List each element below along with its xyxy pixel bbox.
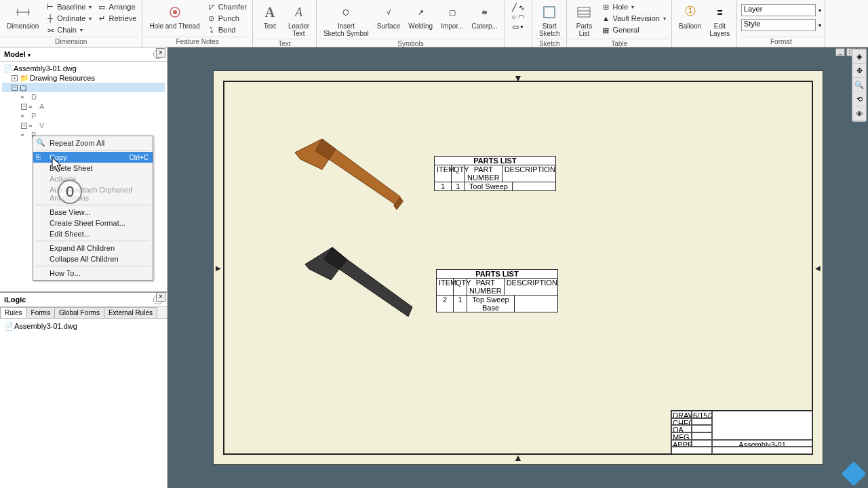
- ribbon-group-dimension: Dimension ⊢Baseline▾ ┼Ordinate▾ ⫘Chain▾ …: [0, 0, 142, 47]
- expander-icon[interactable]: +: [21, 123, 27, 129]
- parts-list-2[interactable]: PARTS LIST ITEM QTY PART NUMBER DESCRIPT…: [436, 269, 558, 312]
- ilogic-tab-external-rules[interactable]: External Rules: [104, 307, 157, 318]
- expander-icon[interactable]: −: [12, 85, 18, 91]
- hole-table-button[interactable]: ⊞Hole▾: [599, 1, 667, 12]
- text-button[interactable]: AText: [256, 1, 284, 31]
- layer-select[interactable]: Layer: [741, 4, 816, 16]
- bend-button[interactable]: ⤵Bend: [205, 24, 248, 35]
- retrieve-button[interactable]: ↵Retrieve: [96, 13, 138, 24]
- spline-icon[interactable]: ∿: [519, 3, 525, 12]
- ilogic-panel-close[interactable]: ×: [156, 292, 165, 302]
- parts-list-title: PARTS LIST: [435, 157, 555, 165]
- menu-separator: [36, 150, 150, 150]
- parts-list-1[interactable]: PARTS LIST ITEM QTY PART NUMBER DESCRIPT…: [434, 156, 556, 191]
- surface-button[interactable]: √Surface: [373, 1, 404, 31]
- center-mark-left: ▶: [216, 264, 221, 272]
- baseline-button[interactable]: ⊢Baseline▾: [44, 1, 93, 12]
- tree-root[interactable]: 📄Assembly3-01.dwg: [2, 64, 165, 73]
- tree-item[interactable]: +▫V: [2, 121, 165, 130]
- parts-list-row: 1 1 Tool Sweep: [435, 182, 555, 190]
- edit-layers-icon: ≣: [710, 3, 729, 22]
- punch-icon: ⊙: [207, 14, 216, 23]
- menu-collapse-all-children[interactable]: Collapse All Children: [33, 253, 153, 264]
- dimension-label: Dimension: [7, 22, 39, 30]
- dimension-button[interactable]: Dimension: [3, 1, 43, 31]
- ordinate-button[interactable]: ┼Ordinate▾: [44, 13, 93, 24]
- leader-text-icon: A: [289, 3, 308, 22]
- ilogic-tab-global-forms[interactable]: Global Forms: [54, 307, 104, 318]
- edit-layers-button[interactable]: ≣Edit Layers: [705, 1, 734, 39]
- rect-icon[interactable]: ▭: [512, 22, 519, 31]
- ribbon-group-symbols: ⬡Insert Sketch Symbol √Surface ↗Welding …: [317, 0, 505, 47]
- svg-text:1: 1: [688, 6, 692, 14]
- app-logo-icon[interactable]: [842, 462, 867, 487]
- chain-button[interactable]: ⫘Chain▾: [44, 24, 93, 35]
- ribbon-group-table: Parts List ⊞Hole▾ ▲Vault Revision▾ ▦Gene…: [567, 0, 672, 47]
- circle-icon[interactable]: ○: [512, 13, 517, 22]
- view-toolbar: ◈ ✥ 🔍 ⟲ 👁: [852, 49, 867, 122]
- drawing-sheet[interactable]: ▼ ▲ ▶ ◀ PARTS LIST ITEM QTY: [213, 70, 823, 465]
- parts-list-button[interactable]: Parts List: [570, 1, 598, 39]
- minimize-button[interactable]: _: [835, 48, 845, 56]
- sheet-icon: ▢: [20, 83, 28, 92]
- orbit-button[interactable]: ⟲: [852, 93, 866, 106]
- leader-text-button[interactable]: ALeader Text: [284, 1, 313, 39]
- tree-item[interactable]: ▫D: [2, 92, 165, 102]
- style-select[interactable]: Style: [741, 19, 816, 31]
- drawing-view-1[interactable]: [288, 132, 410, 220]
- general-table-button[interactable]: ▦General: [599, 24, 667, 35]
- arrange-button[interactable]: ▭Arrange: [96, 1, 138, 12]
- tree-drawing-resources[interactable]: +📁Drawing Resources: [2, 73, 165, 83]
- chamfer-button[interactable]: ◸Chamfer: [205, 1, 248, 12]
- welding-button[interactable]: ↗Welding: [404, 1, 437, 31]
- copy-icon: ⎘: [36, 152, 45, 162]
- ilogic-title: iLogic: [4, 296, 26, 304]
- ribbon-group-sketch-mini: ╱∿ ○◠ ▭•: [505, 0, 532, 47]
- import-button[interactable]: ▢Impor...: [437, 1, 467, 31]
- ilogic-tab-rules[interactable]: Rules: [0, 307, 27, 318]
- model-panel-close[interactable]: ×: [156, 48, 165, 58]
- title-block[interactable]: DRAWN6/15/2016 CHECKED QA MFG APPROVEDAs…: [671, 410, 813, 455]
- menu-edit-sheet[interactable]: Edit Sheet...: [33, 228, 153, 239]
- ilogic-tab-forms[interactable]: Forms: [26, 307, 55, 318]
- expander-icon[interactable]: +: [21, 104, 27, 110]
- menu-separator: [36, 205, 150, 205]
- view-icon: ▫: [29, 121, 37, 129]
- punch-button[interactable]: ⊙Punch: [205, 13, 248, 24]
- hole-thread-button[interactable]: Hole and Thread: [145, 1, 203, 31]
- look-button[interactable]: 👁: [852, 107, 866, 121]
- menu-repeat-zoom-all[interactable]: 🔍Repeat Zoom All: [33, 138, 153, 148]
- menu-delete-sheet[interactable]: Delete Sheet: [33, 163, 153, 174]
- canvas-area[interactable]: _ □ × ◈ ✥ 🔍 ⟲ 👁 ▼ ▲ ▶ ◀: [168, 47, 868, 488]
- dimension-icon: [14, 3, 33, 22]
- expander-icon[interactable]: +: [12, 75, 18, 81]
- point-icon[interactable]: •: [521, 22, 524, 31]
- menu-copy[interactable]: ⎘CopyCtrl+C: [33, 152, 153, 163]
- viewcube-button[interactable]: ◈: [852, 50, 866, 64]
- general-table-icon: ▦: [601, 25, 610, 35]
- caterpillar-button[interactable]: ≋Caterp...: [468, 1, 502, 31]
- tree-item[interactable]: ▫P: [2, 111, 165, 121]
- svg-rect-6: [578, 7, 590, 17]
- model-panel-title: Model: [4, 50, 26, 58]
- insert-sketch-symbol-button[interactable]: ⬡Insert Sketch Symbol: [319, 1, 373, 39]
- center-mark-right: ◀: [815, 264, 821, 272]
- balloon-button[interactable]: 1Balloon: [675, 1, 705, 31]
- parts-list-row: 2 1 Top Sweep Base: [437, 296, 557, 312]
- menu-expand-all-children[interactable]: Expand All Children: [33, 243, 153, 253]
- dwg-icon: 📄: [3, 64, 12, 73]
- menu-how-to[interactable]: How To...: [33, 268, 153, 279]
- vault-revision-button[interactable]: ▲Vault Revision▾: [599, 13, 667, 24]
- tree-item[interactable]: +▫A: [2, 102, 165, 111]
- ilogic-item[interactable]: 📄Assembly3-01.dwg: [3, 321, 164, 331]
- zoom-button[interactable]: 🔍: [852, 79, 866, 92]
- menu-create-sheet-format[interactable]: Create Sheet Format...: [33, 218, 153, 228]
- start-sketch-button[interactable]: Start Sketch: [535, 1, 564, 39]
- line-icon[interactable]: ╱: [512, 3, 517, 12]
- tree-sheet-selected[interactable]: −▢: [2, 83, 165, 92]
- view-icon: ▫: [29, 102, 37, 110]
- arc-icon[interactable]: ◠: [518, 13, 525, 22]
- menu-base-view[interactable]: Base View...: [33, 207, 153, 218]
- drawing-view-2[interactable]: [298, 241, 420, 329]
- pan-button[interactable]: ✥: [852, 64, 866, 78]
